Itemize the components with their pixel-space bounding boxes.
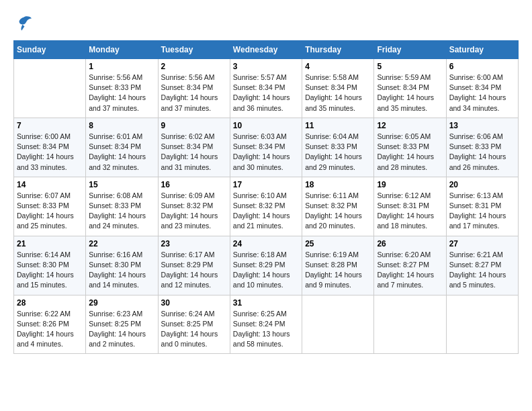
calendar-cell: 15Sunrise: 6:08 AM Sunset: 8:33 PM Dayli… <box>86 177 158 236</box>
calendar-cell: 27Sunrise: 6:21 AM Sunset: 8:27 PM Dayli… <box>446 236 518 295</box>
logo-icon <box>13 13 34 34</box>
day-number: 29 <box>89 298 154 308</box>
day-header-friday: Friday <box>374 41 446 59</box>
day-number: 28 <box>17 298 83 308</box>
calendar-cell: 18Sunrise: 6:11 AM Sunset: 8:32 PM Dayli… <box>302 177 374 236</box>
day-details: Sunrise: 6:22 AM Sunset: 8:26 PM Dayligh… <box>17 309 83 350</box>
day-number: 26 <box>377 239 443 248</box>
calendar-cell: 16Sunrise: 6:09 AM Sunset: 8:32 PM Dayli… <box>158 177 230 236</box>
day-header-monday: Monday <box>86 41 158 59</box>
day-header-wednesday: Wednesday <box>230 41 302 59</box>
day-details: Sunrise: 6:18 AM Sunset: 8:29 PM Dayligh… <box>233 250 299 291</box>
day-number: 8 <box>89 121 154 130</box>
day-details: Sunrise: 5:59 AM Sunset: 8:34 PM Dayligh… <box>377 73 443 113</box>
calendar-cell: 7Sunrise: 6:00 AM Sunset: 8:34 PM Daylig… <box>14 118 86 177</box>
day-details: Sunrise: 6:05 AM Sunset: 8:33 PM Dayligh… <box>377 132 443 173</box>
day-header-thursday: Thursday <box>302 41 374 59</box>
day-header-sunday: Sunday <box>14 41 86 59</box>
calendar-row-4: 21Sunrise: 6:14 AM Sunset: 8:30 PM Dayli… <box>14 236 519 295</box>
day-number: 7 <box>17 121 83 130</box>
calendar-cell: 11Sunrise: 6:04 AM Sunset: 8:33 PM Dayli… <box>302 118 374 177</box>
day-details: Sunrise: 6:16 AM Sunset: 8:30 PM Dayligh… <box>89 250 154 291</box>
day-number: 13 <box>449 121 515 130</box>
day-details: Sunrise: 6:13 AM Sunset: 8:31 PM Dayligh… <box>449 191 515 232</box>
calendar-cell: 8Sunrise: 6:01 AM Sunset: 8:34 PM Daylig… <box>86 118 158 177</box>
calendar-cell: 30Sunrise: 6:24 AM Sunset: 8:25 PM Dayli… <box>158 295 230 354</box>
day-number: 21 <box>17 239 83 248</box>
day-details: Sunrise: 6:23 AM Sunset: 8:25 PM Dayligh… <box>89 309 154 350</box>
calendar-cell: 28Sunrise: 6:22 AM Sunset: 8:26 PM Dayli… <box>14 295 86 354</box>
calendar-cell: 12Sunrise: 6:05 AM Sunset: 8:33 PM Dayli… <box>374 118 446 177</box>
calendar-row-5: 28Sunrise: 6:22 AM Sunset: 8:26 PM Dayli… <box>14 295 519 354</box>
day-number: 19 <box>377 180 443 189</box>
calendar-cell: 13Sunrise: 6:06 AM Sunset: 8:33 PM Dayli… <box>446 118 518 177</box>
day-number: 6 <box>449 62 515 71</box>
day-details: Sunrise: 5:58 AM Sunset: 8:34 PM Dayligh… <box>305 73 371 113</box>
day-number: 25 <box>305 239 371 248</box>
calendar-cell: 26Sunrise: 6:20 AM Sunset: 8:27 PM Dayli… <box>374 236 446 295</box>
day-number: 14 <box>17 180 83 189</box>
day-details: Sunrise: 6:12 AM Sunset: 8:31 PM Dayligh… <box>377 191 443 232</box>
calendar-cell: 22Sunrise: 6:16 AM Sunset: 8:30 PM Dayli… <box>86 236 158 295</box>
day-details: Sunrise: 6:06 AM Sunset: 8:33 PM Dayligh… <box>449 132 515 173</box>
day-number: 2 <box>161 62 227 71</box>
day-details: Sunrise: 6:25 AM Sunset: 8:24 PM Dayligh… <box>233 309 299 350</box>
day-number: 22 <box>89 239 154 248</box>
calendar-cell: 9Sunrise: 6:02 AM Sunset: 8:34 PM Daylig… <box>158 118 230 177</box>
calendar-cell: 20Sunrise: 6:13 AM Sunset: 8:31 PM Dayli… <box>446 177 518 236</box>
calendar-row-2: 7Sunrise: 6:00 AM Sunset: 8:34 PM Daylig… <box>14 118 519 177</box>
day-number: 3 <box>233 62 299 71</box>
day-header-tuesday: Tuesday <box>158 41 230 59</box>
day-number: 27 <box>449 239 515 248</box>
calendar-cell: 25Sunrise: 6:19 AM Sunset: 8:28 PM Dayli… <box>302 236 374 295</box>
day-details: Sunrise: 6:04 AM Sunset: 8:33 PM Dayligh… <box>305 132 371 173</box>
day-number: 16 <box>161 180 227 189</box>
calendar-cell: 2Sunrise: 5:56 AM Sunset: 8:34 PM Daylig… <box>158 59 230 118</box>
calendar-cell: 19Sunrise: 6:12 AM Sunset: 8:31 PM Dayli… <box>374 177 446 236</box>
calendar-cell <box>302 295 374 354</box>
day-details: Sunrise: 6:09 AM Sunset: 8:32 PM Dayligh… <box>161 191 227 232</box>
day-number: 11 <box>305 121 371 130</box>
day-number: 9 <box>161 121 227 130</box>
calendar-cell: 31Sunrise: 6:25 AM Sunset: 8:24 PM Dayli… <box>230 295 302 354</box>
calendar-cell: 3Sunrise: 5:57 AM Sunset: 8:34 PM Daylig… <box>230 59 302 118</box>
day-details: Sunrise: 6:00 AM Sunset: 8:34 PM Dayligh… <box>17 132 83 173</box>
calendar-cell <box>374 295 446 354</box>
calendar-table: SundayMondayTuesdayWednesdayThursdayFrid… <box>13 40 519 354</box>
calendar-cell: 17Sunrise: 6:10 AM Sunset: 8:32 PM Dayli… <box>230 177 302 236</box>
day-number: 17 <box>233 180 299 189</box>
calendar-cell: 29Sunrise: 6:23 AM Sunset: 8:25 PM Dayli… <box>86 295 158 354</box>
day-details: Sunrise: 6:07 AM Sunset: 8:33 PM Dayligh… <box>17 191 83 232</box>
calendar-cell: 1Sunrise: 5:56 AM Sunset: 8:33 PM Daylig… <box>86 59 158 118</box>
calendar-cell <box>446 295 518 354</box>
day-number: 4 <box>305 62 371 71</box>
calendar-cell: 21Sunrise: 6:14 AM Sunset: 8:30 PM Dayli… <box>14 236 86 295</box>
day-details: Sunrise: 6:17 AM Sunset: 8:29 PM Dayligh… <box>161 250 227 291</box>
day-details: Sunrise: 6:02 AM Sunset: 8:34 PM Dayligh… <box>161 132 227 173</box>
day-number: 30 <box>161 298 227 308</box>
day-details: Sunrise: 5:56 AM Sunset: 8:33 PM Dayligh… <box>89 73 154 113</box>
calendar-cell: 10Sunrise: 6:03 AM Sunset: 8:34 PM Dayli… <box>230 118 302 177</box>
day-number: 5 <box>377 62 443 71</box>
day-details: Sunrise: 6:03 AM Sunset: 8:34 PM Dayligh… <box>233 132 299 173</box>
day-details: Sunrise: 6:11 AM Sunset: 8:32 PM Dayligh… <box>305 191 371 232</box>
calendar-row-3: 14Sunrise: 6:07 AM Sunset: 8:33 PM Dayli… <box>14 177 519 236</box>
calendar-cell <box>14 59 86 118</box>
day-details: Sunrise: 6:24 AM Sunset: 8:25 PM Dayligh… <box>161 309 227 350</box>
days-header-row: SundayMondayTuesdayWednesdayThursdayFrid… <box>14 41 519 59</box>
logo <box>13 13 36 34</box>
day-details: Sunrise: 5:56 AM Sunset: 8:34 PM Dayligh… <box>161 73 227 113</box>
calendar-cell: 23Sunrise: 6:17 AM Sunset: 8:29 PM Dayli… <box>158 236 230 295</box>
day-details: Sunrise: 5:57 AM Sunset: 8:34 PM Dayligh… <box>233 73 299 113</box>
day-number: 24 <box>233 239 299 248</box>
day-number: 10 <box>233 121 299 130</box>
day-header-saturday: Saturday <box>446 41 518 59</box>
day-details: Sunrise: 6:00 AM Sunset: 8:34 PM Dayligh… <box>449 73 515 113</box>
day-number: 12 <box>377 121 443 130</box>
day-number: 31 <box>233 298 299 308</box>
calendar-cell: 14Sunrise: 6:07 AM Sunset: 8:33 PM Dayli… <box>14 177 86 236</box>
day-details: Sunrise: 6:08 AM Sunset: 8:33 PM Dayligh… <box>89 191 154 232</box>
calendar-cell: 4Sunrise: 5:58 AM Sunset: 8:34 PM Daylig… <box>302 59 374 118</box>
day-details: Sunrise: 6:10 AM Sunset: 8:32 PM Dayligh… <box>233 191 299 232</box>
day-details: Sunrise: 6:14 AM Sunset: 8:30 PM Dayligh… <box>17 250 83 291</box>
